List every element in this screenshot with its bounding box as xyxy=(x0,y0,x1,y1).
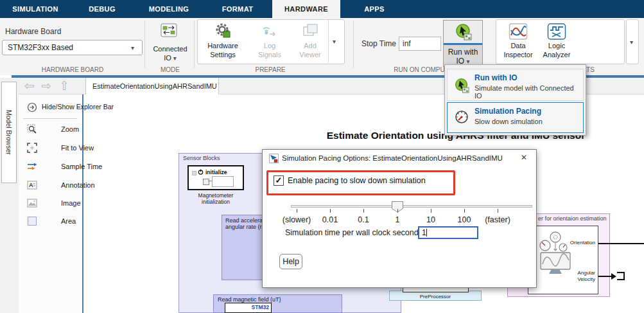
ribbon-group-label-prepare: PREPARE xyxy=(222,66,318,74)
help-button[interactable]: Help xyxy=(279,254,302,269)
pacing-gauge-icon xyxy=(455,110,469,124)
arrowhead-icon xyxy=(611,273,616,280)
palette-item-zoom[interactable]: Zoom xyxy=(19,124,82,135)
menu-item-title: Run with IO xyxy=(474,73,518,82)
slider-tick xyxy=(363,209,364,213)
terminator-port-icon xyxy=(617,272,625,280)
document-tab[interactable]: EstimateOrientationUsingAHRSandIMU xyxy=(85,78,219,94)
hardware-settings-button[interactable]: Hardware Settings xyxy=(200,21,246,61)
stop-time-label: Stop Time xyxy=(361,39,396,48)
slider-tick xyxy=(431,209,431,213)
signal-line-orientation xyxy=(598,243,644,244)
prepare-gallery-button[interactable]: ▾ xyxy=(333,39,336,45)
menu-item-simulation-pacing[interactable]: Simulation Pacing Slow down simulation xyxy=(447,102,584,133)
fit-to-view-icon xyxy=(27,143,37,153)
add-viewer-icon xyxy=(302,22,318,38)
annotation-icon: A xyxy=(27,180,37,190)
connected-io-button[interactable]: Connected IO ▾ xyxy=(149,22,191,67)
app-window: SIMULATION DEBUG MODELING FORMAT HARDWAR… xyxy=(0,0,644,313)
chevron-down-icon: ▾ xyxy=(630,39,633,46)
data-inspector-icon xyxy=(509,22,528,41)
tab-hardware[interactable]: HARDWARE xyxy=(272,0,340,18)
logic-analyzer-label2: Analyzer xyxy=(538,51,575,58)
tab-apps[interactable]: APPS xyxy=(340,0,408,18)
run-with-io-button[interactable]: Run with IO ▾ xyxy=(443,20,483,67)
hardware-board-value: STM32F3xx Based xyxy=(8,43,73,52)
magnetometer-caption: Magnetometer initialization xyxy=(185,192,247,205)
tab-simulation[interactable]: SIMULATION xyxy=(2,0,69,18)
slider-tick xyxy=(464,209,465,213)
back-arrow-icon[interactable]: ⇦ xyxy=(24,78,35,94)
chevron-down-icon: ▾ xyxy=(173,55,177,62)
log-signals-icon xyxy=(261,22,278,38)
palette-label: Sample Time xyxy=(61,161,106,172)
add-viewer-label: Add xyxy=(292,42,328,49)
run-with-io-icon xyxy=(454,77,469,94)
run-with-io-menu: Run with IO Simulate model with Connecte… xyxy=(444,64,586,136)
group-divider xyxy=(353,21,354,68)
data-inspector-button[interactable]: Data Inspector xyxy=(498,21,538,61)
palette-label: Zoom xyxy=(61,124,106,135)
palette-item-fit-to-view[interactable]: Fit to View xyxy=(19,143,82,154)
dialog-title: Simulation Pacing Options: EstimateOrien… xyxy=(282,154,503,162)
connected-io-label2: IO ▾ xyxy=(149,54,191,62)
logic-analyzer-label: Logic xyxy=(538,42,575,49)
logic-analyzer-button[interactable]: Logic Analyzer xyxy=(538,21,575,61)
text-cursor xyxy=(426,229,427,237)
pacing-slider-track[interactable] xyxy=(291,205,532,208)
palette-divider xyxy=(23,118,77,119)
model-browser-tab[interactable]: Model Browser xyxy=(1,82,17,183)
close-icon[interactable]: ✕ xyxy=(518,153,530,162)
stop-time-input[interactable]: inf xyxy=(399,37,441,51)
filter-block[interactable]: Orientation Angular Velocity xyxy=(528,226,598,294)
image-icon xyxy=(27,198,37,208)
power-icon xyxy=(198,169,204,175)
add-viewer-button: Add Viewer xyxy=(292,21,328,61)
palette-label: Fit to View xyxy=(61,143,106,154)
magnetometer-init-block[interactable]: initialize xyxy=(187,165,244,190)
run-with-io-icon-area xyxy=(444,21,482,43)
gear-icon xyxy=(214,22,231,39)
data-inspector-label2: Inspector xyxy=(498,51,538,58)
enable-pacing-checkbox[interactable]: ✓ xyxy=(274,175,284,186)
ribbon-group-label-hardware-board: HARDWARE BOARD xyxy=(18,66,127,74)
dialog-simulink-icon xyxy=(269,154,279,163)
forward-arrow-icon[interactable]: ⇨ xyxy=(41,78,51,94)
stm32-label: STM32 xyxy=(225,303,271,310)
up-arrow-icon[interactable]: ⇧ xyxy=(59,78,69,94)
palette-item-hide-show-explorer[interactable]: Hide/Show Explorer Bar xyxy=(19,102,82,112)
port-label-angular-velocity: Angular Velocity xyxy=(550,270,595,282)
slider-tick xyxy=(297,209,297,213)
menu-item-run-with-io[interactable]: Run with IO Simulate model with Connecte… xyxy=(447,69,584,101)
hardware-settings-label2: Settings xyxy=(200,51,246,58)
chevron-down-icon: ▾ xyxy=(131,45,134,51)
initialize-label: initialize xyxy=(205,169,227,175)
connected-io-label: Connected xyxy=(149,45,191,53)
tab-modeling[interactable]: MODELING xyxy=(135,0,202,18)
run-button-accent xyxy=(444,43,482,45)
palette-item-sample-time[interactable]: Sample Time xyxy=(19,161,82,172)
group-divider xyxy=(144,21,145,68)
review-gallery-button[interactable]: ▾ xyxy=(626,19,639,64)
hardware-board-combo[interactable]: STM32F3xx Based ▾ xyxy=(2,40,143,55)
block-port xyxy=(192,171,196,175)
tab-format[interactable]: FORMAT xyxy=(204,0,271,18)
hardware-settings-label: Hardware xyxy=(200,42,246,49)
hardware-board-label: Hardware Board xyxy=(5,27,61,36)
logic-analyzer-icon xyxy=(547,22,566,41)
run-with-io-icon xyxy=(455,23,472,40)
signal-line-angular-velocity xyxy=(598,276,612,277)
panel-divider xyxy=(328,20,329,62)
palette-label: Annotation xyxy=(61,180,106,191)
subsystem-port-square xyxy=(203,179,209,185)
palette-label: Image xyxy=(61,198,106,209)
time-input-value: 1 xyxy=(422,228,426,237)
slider-tick xyxy=(498,209,498,213)
read-magnetic-field-label: Read magnetic field (uT) xyxy=(218,296,342,303)
time-per-wall-clock-input[interactable]: 1 xyxy=(418,226,478,239)
stm32-block[interactable]: STM32 xyxy=(225,303,272,313)
tab-debug[interactable]: DEBUG xyxy=(69,0,135,18)
palette-item-image[interactable]: Image xyxy=(19,198,82,209)
palette-item-annotation[interactable]: A Annotation xyxy=(19,180,82,191)
palette-item-area[interactable]: Area xyxy=(19,216,82,227)
